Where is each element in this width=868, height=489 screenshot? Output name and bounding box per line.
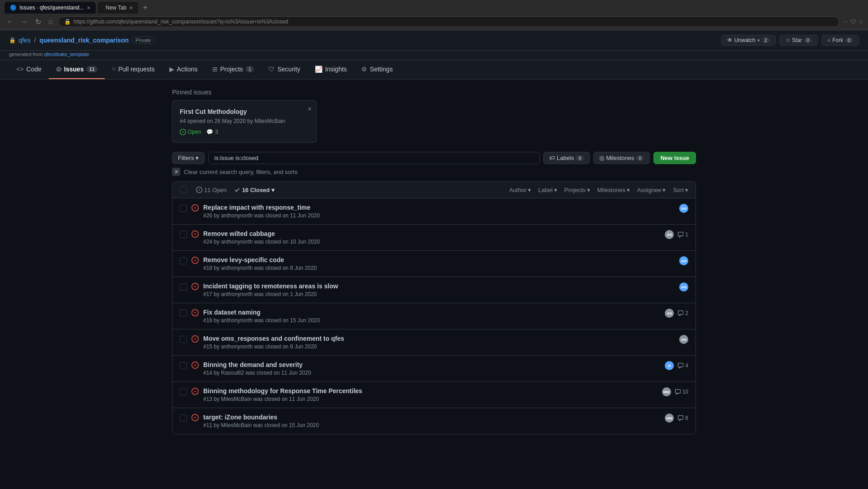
comment-number: 4 (685, 362, 688, 369)
issue-title-link[interactable]: Fix dataset naming (203, 309, 660, 316)
select-all-checkbox[interactable] (180, 186, 187, 193)
avatar: MM (665, 414, 674, 423)
star-icon: ☆ (785, 37, 790, 43)
actions-icon: ▶ (169, 66, 174, 73)
comment-icon (675, 389, 681, 395)
milestones-button[interactable]: ◎ Milestones 0 (593, 152, 650, 164)
pinned-status-open: Open (180, 129, 201, 135)
tab-settings[interactable]: ⚙ Settings (354, 60, 400, 79)
issue-title-link[interactable]: Replace impact with response_time (203, 204, 675, 211)
label-filter-button[interactable]: Label ▾ (538, 187, 557, 193)
open-count-label: 11 Open (204, 187, 227, 193)
issue-right-area: MM 8 (665, 414, 688, 423)
issue-title-link[interactable]: Incident tagging to remoteness areas is … (203, 282, 675, 290)
tab-close-newtab[interactable]: ✕ (129, 5, 133, 10)
issues-list-header: 11 Open 16 Closed ▾ Author ▾ Label (173, 182, 695, 198)
pinned-issues-section: Pinned issues × First Cut Methodology #4… (172, 89, 696, 143)
issue-checkbox[interactable] (180, 310, 187, 317)
back-button[interactable]: ← (5, 17, 15, 27)
pinned-close-button[interactable]: × (308, 105, 312, 113)
closed-state-icon (191, 362, 199, 369)
issue-title-link[interactable]: Binning the demand and severity (203, 361, 660, 368)
new-issue-button[interactable]: New issue (653, 152, 696, 164)
issue-comment-count[interactable]: 4 (677, 362, 688, 369)
code-icon: <> (16, 66, 23, 73)
avatar: MM (662, 387, 671, 396)
tab-actions[interactable]: ▶ Actions (162, 60, 205, 79)
issue-checkbox[interactable] (180, 205, 187, 212)
clear-filters-button[interactable]: ✕ (172, 168, 180, 176)
browser-tab-bar: 🔵 Issues · qfes/queensland... ✕ New Tab … (0, 0, 868, 14)
issue-checkbox[interactable] (180, 414, 187, 422)
milestones-filter-button[interactable]: Milestones ▾ (597, 187, 630, 193)
fork-button[interactable]: ⑃ Fork 0 (821, 35, 859, 46)
address-bar[interactable]: 🔒 https://github.com/qfes/queensland_ris… (58, 16, 840, 27)
issue-checkbox[interactable] (180, 283, 187, 291)
reload-button[interactable]: ↻ (33, 17, 43, 27)
star-button[interactable]: ☆ Star 0 (779, 35, 818, 46)
forward-button[interactable]: → (19, 17, 30, 27)
comment-number: 2 (685, 310, 688, 316)
issue-content: Fix dataset naming #16 by anthonynorth w… (203, 309, 660, 324)
issue-comment-count[interactable]: 10 (675, 389, 688, 395)
issue-checkbox[interactable] (180, 231, 187, 238)
filters-dropdown-button[interactable]: Filters ▾ (172, 152, 205, 164)
open-issues-count[interactable]: 11 Open (196, 187, 227, 193)
tab-projects[interactable]: ⊞ Projects 1 (205, 60, 261, 79)
issue-title-link[interactable]: Remove levy-specific code (203, 256, 675, 263)
tab-issues[interactable]: ⊙ Issues 11 (49, 60, 105, 79)
pinned-issue-footer: Open 💬 3 (180, 129, 309, 135)
tab-security[interactable]: 🛡 Security (261, 60, 308, 79)
issue-checkbox[interactable] (180, 336, 187, 343)
issue-checkbox[interactable] (180, 362, 187, 369)
pinned-issue-title[interactable]: First Cut Methodology (180, 108, 309, 115)
home-button[interactable]: ⌂ (47, 17, 55, 27)
tab-label-newtab: New Tab (106, 5, 126, 11)
shield-icon: 🛡 (850, 19, 856, 25)
table-row: Incident tagging to remoteness areas is … (173, 277, 695, 303)
projects-filter-button[interactable]: Projects ▾ (565, 187, 590, 193)
issue-title-link[interactable]: Binning methodology for Response Time Pe… (203, 387, 658, 395)
issue-meta: #26 by anthonynorth was closed on 11 Jun… (203, 212, 675, 219)
unwatch-button[interactable]: 👁 Unwatch ▾ 2 (721, 35, 776, 46)
closed-state-icon (191, 257, 199, 264)
repo-owner-link[interactable]: qfes (19, 37, 30, 44)
comment-icon (677, 362, 684, 369)
pr-icon: ⑂ (112, 66, 116, 73)
labels-button[interactable]: 🏷 Labels 9 (543, 152, 590, 164)
tab-code[interactable]: <> Code (9, 60, 49, 79)
repo-name-link[interactable]: queensland_risk_comparison (39, 37, 129, 44)
new-tab-button[interactable]: + (140, 3, 150, 13)
eye-icon: 👁 (727, 37, 733, 43)
template-link[interactable]: qfes/drake_template (44, 52, 89, 57)
issue-title-link[interactable]: target: iZone boundaries (203, 414, 660, 421)
comment-icon (677, 415, 684, 421)
sort-filter-button[interactable]: Sort ▾ (673, 187, 688, 193)
browser-tab-newtab[interactable]: New Tab ✕ (98, 2, 138, 14)
search-input[interactable] (208, 152, 539, 164)
issue-checkbox[interactable] (180, 388, 187, 395)
issue-right-area: AN 2 (665, 309, 688, 318)
tab-insights[interactable]: 📈 Insights (308, 60, 354, 79)
issue-meta: #14 by Rasoul82 was closed on 11 Jun 202… (203, 370, 660, 376)
browser-tab-issues[interactable]: 🔵 Issues · qfes/queensland... ✕ (5, 2, 96, 14)
tab-close-button[interactable]: ✕ (87, 5, 90, 10)
browser-nav-right: ··· 🛡 ☆ (843, 19, 863, 25)
assignee-filter-button[interactable]: Assignee ▾ (637, 187, 666, 193)
issue-title-link[interactable]: Remove wilted cabbage (203, 230, 660, 237)
tab-insights-label: Insights (325, 66, 347, 73)
issue-comment-count[interactable]: 2 (677, 310, 688, 316)
clear-filters-label[interactable]: Clear current search query, filters, and… (184, 169, 298, 175)
issue-comment-count[interactable]: 1 (677, 231, 688, 238)
closed-issues-count[interactable]: 16 Closed ▾ (234, 187, 275, 193)
tab-pull-requests[interactable]: ⑂ Pull requests (105, 60, 162, 79)
issue-title-link[interactable]: Move oms_responses and confinement to qf… (203, 335, 675, 342)
star-count: 0 (804, 38, 812, 43)
issue-checkbox[interactable] (180, 257, 187, 264)
table-row: Move oms_responses and confinement to qf… (173, 329, 695, 356)
author-filter-button[interactable]: Author ▾ (509, 187, 531, 193)
issue-comment-count[interactable]: 8 (677, 415, 688, 421)
comment-number: 1 (685, 231, 688, 238)
table-row: Fix dataset naming #16 by anthonynorth w… (173, 303, 695, 329)
label-filter-label: Label (538, 187, 553, 193)
